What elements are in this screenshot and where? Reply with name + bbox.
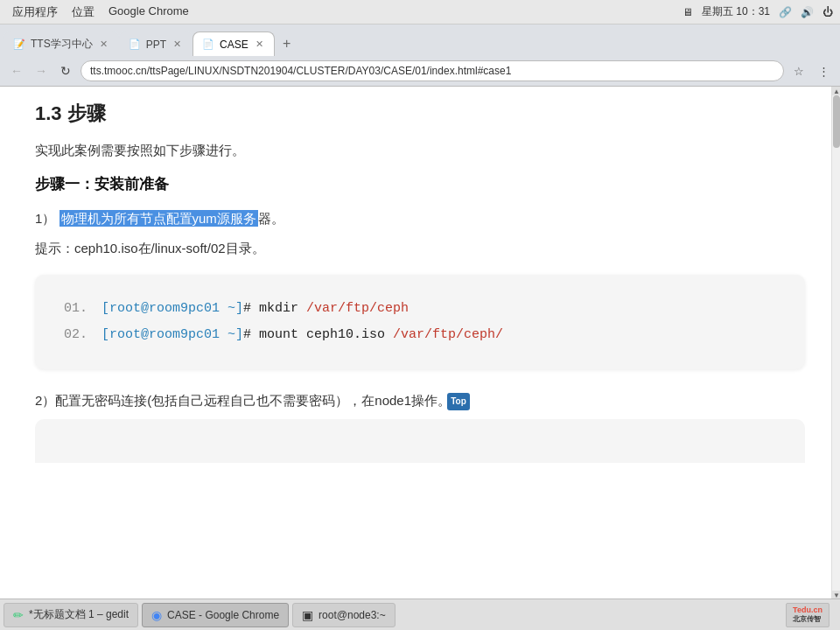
code-prompt-1: [root@room9pc01 ~]# mkdir /var/ftp/ceph — [102, 296, 409, 322]
tab-ppt-close[interactable]: ✕ — [172, 38, 183, 51]
intro-text: 实现此案例需要按照如下步骤进行。 — [35, 139, 805, 162]
taskbar-terminal[interactable]: ▣ root@node3:~ — [292, 603, 396, 627]
os-clock: 星期五 10：31 — [702, 4, 770, 19]
scrollbar-right[interactable]: ▲ ▼ — [831, 87, 840, 599]
item1-suffix: 器。 — [258, 211, 284, 226]
prompt-hash-2: # — [243, 327, 251, 342]
taskbar-chrome[interactable]: ◉ CASE - Google Chrome — [142, 603, 289, 627]
line-num-2: 02. — [61, 322, 88, 348]
hint-text: 提示：ceph10.iso在/linux-soft/02目录。 — [35, 237, 805, 260]
menu-applications[interactable]: 应用程序 — [7, 3, 63, 22]
tab-case-icon: 📄 — [202, 38, 214, 50]
tab-ppt[interactable]: 📄 PPT ✕ — [119, 32, 192, 56]
power-icon: ⏻ — [822, 6, 833, 18]
os-menu: 应用程序 位置 Google Chrome — [7, 3, 194, 22]
forward-button[interactable]: → — [32, 61, 51, 80]
network-icon: 🔗 — [779, 6, 792, 18]
menu-google-chrome[interactable]: Google Chrome — [103, 3, 194, 22]
item1-link[interactable]: 物理机为所有节点配置yum源服务 — [60, 210, 258, 227]
tab-case-label: CASE — [220, 38, 248, 51]
bookmark-button[interactable]: ☆ — [789, 61, 808, 80]
tab-ppt-label: PPT — [146, 38, 166, 51]
cmd-mount: mount ceph10.iso — [251, 327, 393, 342]
tab-tts-icon: 📝 — [13, 38, 25, 50]
taskbar-gedit-label: *无标题文档 1 – gedit — [29, 607, 129, 622]
tab-tts-close[interactable]: ✕ — [98, 38, 109, 51]
prompt-bracket-2: [root@room9pc01 ~] — [102, 327, 243, 342]
step-heading: 步骤一：安装前准备 — [35, 174, 805, 194]
item2-text: 2）配置无密码连接(包括自己远程自己也不需要密码），在node1操作。 — [35, 393, 451, 408]
taskbar-gedit[interactable]: ✏ *无标题文档 1 – gedit — [4, 603, 138, 627]
taskbar: ✏ *无标题文档 1 – gedit ◉ CASE - Google Chrom… — [0, 598, 840, 630]
os-topbar-left: 应用程序 位置 Google Chrome — [7, 3, 194, 22]
code-line-1: 01. [root@room9pc01 ~]# mkdir /var/ftp/c… — [61, 296, 779, 322]
page-content[interactable]: 1.3 步骤 实现此案例需要按照如下步骤进行。 步骤一：安装前准备 1） 物理机… — [0, 87, 831, 599]
code-block: 01. [root@room9pc01 ~]# mkdir /var/ftp/c… — [35, 275, 805, 369]
scroll-up-arrow[interactable]: ▲ — [832, 87, 840, 95]
os-topbar-right: 🖥 星期五 10：31 🔗 🔊 ⏻ — [682, 4, 833, 19]
tab-tts[interactable]: 📝 TTS学习中心 ✕ — [4, 32, 119, 56]
tab-tts-label: TTS学习中心 — [31, 37, 93, 52]
code-line-2: 02. [root@room9pc01 ~]# mount ceph10.iso… — [61, 322, 779, 348]
back-button[interactable]: ← — [7, 61, 26, 80]
tab-bar: 📝 TTS学习中心 ✕ 📄 PPT ✕ 📄 CASE ✕ + — [0, 24, 840, 56]
line-num-1: 01. — [61, 296, 88, 322]
taskbar-chrome-label: CASE - Google Chrome — [167, 609, 279, 621]
new-tab-button[interactable]: + — [275, 32, 299, 56]
tab-ppt-icon: 📄 — [129, 38, 141, 50]
top-badge[interactable]: Top — [447, 393, 470, 410]
brand-logo: Tedu.cn 北京传智 — [786, 603, 830, 627]
step-item-2: 2）配置无密码连接(包括自己远程自己也不需要密码），在node1操作。 Top — [35, 388, 805, 412]
reload-button[interactable]: ↻ — [56, 61, 75, 80]
tab-case-close[interactable]: ✕ — [254, 38, 265, 51]
taskbar-terminal-label: root@node3:~ — [318, 609, 386, 621]
brand-sub: 北京传智 — [793, 614, 822, 624]
prompt-bracket-1: [root@room9pc01 ~] — [102, 301, 243, 316]
menu-position[interactable]: 位置 — [66, 3, 100, 22]
step-item-1: 1） 物理机为所有节点配置yum源服务器。 — [35, 206, 805, 230]
browser-viewport: 1.3 步骤 实现此案例需要按照如下步骤进行。 步骤一：安装前准备 1） 物理机… — [0, 87, 840, 599]
address-input[interactable] — [80, 60, 784, 81]
scroll-thumb[interactable] — [833, 95, 840, 148]
menu-button[interactable]: ⋮ — [814, 61, 833, 80]
chrome-icon: ◉ — [151, 608, 162, 622]
browser-chrome: 📝 TTS学习中心 ✕ 📄 PPT ✕ 📄 CASE ✕ + ← → ↻ ☆ ⋮ — [0, 24, 840, 87]
code-prompt-2: [root@room9pc01 ~]# mount ceph10.iso /va… — [102, 322, 503, 348]
prompt-hash-1: # — [243, 301, 251, 316]
content-wrap: 1.3 步骤 实现此案例需要按照如下步骤进行。 步骤一：安装前准备 1） 物理机… — [0, 87, 840, 599]
cmd-mkdir: mkdir — [251, 301, 306, 316]
tab-case[interactable]: 📄 CASE ✕ — [192, 32, 275, 56]
item1-prefix: 1） — [35, 211, 55, 226]
taskbar-brand: Tedu.cn 北京传智 — [786, 603, 836, 627]
cmd-path-2: /var/ftp/ceph/ — [393, 327, 503, 342]
code-block-partial — [35, 419, 805, 463]
volume-icon: 🔊 — [801, 6, 814, 18]
address-bar-row: ← → ↻ ☆ ⋮ — [0, 56, 840, 86]
terminal-icon: ▣ — [302, 608, 313, 622]
monitor-icon: 🖥 — [682, 6, 693, 18]
os-topbar: 应用程序 位置 Google Chrome 🖥 星期五 10：31 🔗 🔊 ⏻ — [0, 0, 840, 24]
cmd-path-1: /var/ftp/ceph — [306, 301, 409, 316]
section-heading: 1.3 步骤 — [35, 101, 805, 127]
gedit-icon: ✏ — [13, 608, 24, 622]
brand-name: Tedu.cn — [793, 606, 822, 614]
